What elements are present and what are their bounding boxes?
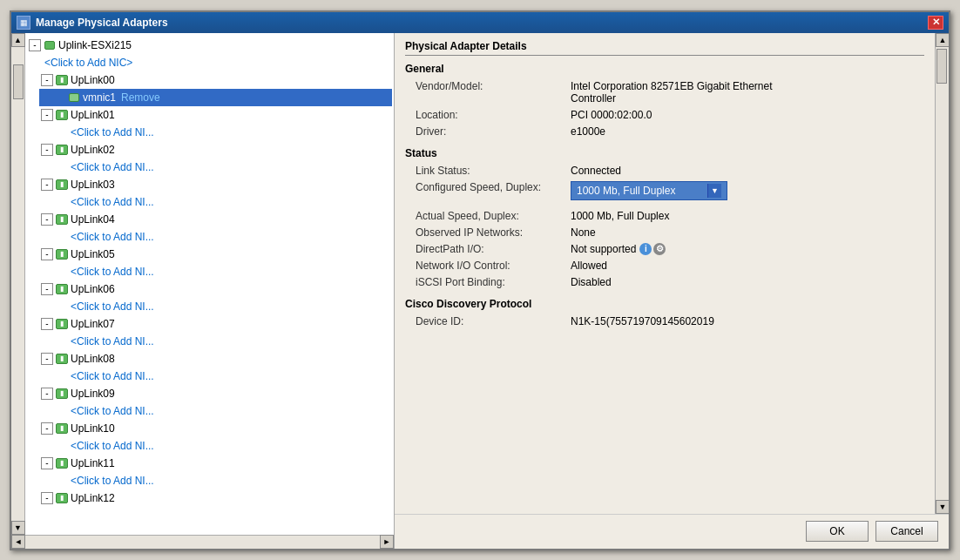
uplink07-add-label[interactable]: <Click to Add NI... xyxy=(71,335,154,347)
vmnic1-item[interactable]: vmnic1 Remove xyxy=(39,89,392,106)
uplink08-icon: ▮ xyxy=(55,353,69,365)
uplink07-expand[interactable]: - xyxy=(41,318,53,330)
cisco-group: Cisco Discovery Protocol Device ID: N1K-… xyxy=(405,298,924,327)
uplink11-add-label[interactable]: <Click to Add NI... xyxy=(71,475,154,487)
uplink01-add[interactable]: <Click to Add NI... xyxy=(39,124,392,141)
uplink03-icon: ▮ xyxy=(55,179,69,191)
uplink08-add[interactable]: <Click to Add NI... xyxy=(39,368,392,385)
left-panel: ▲ ▼ - Uplink-ESXi xyxy=(11,33,395,549)
scroll-thumb[interactable] xyxy=(13,64,24,99)
uplink03-item[interactable]: - ▮ UpLink03 xyxy=(39,176,392,193)
uplink09-item[interactable]: - ▮ UpLink09 xyxy=(39,385,392,402)
uplink05-add[interactable]: <Click to Add NI... xyxy=(39,263,392,280)
uplink04-item[interactable]: - ▮ UpLink04 xyxy=(39,211,392,228)
uplink06-add-label[interactable]: <Click to Add NI... xyxy=(71,300,154,313)
uplink05-item[interactable]: - ▮ UpLink05 xyxy=(39,246,392,263)
speed-dropdown[interactable]: 1000 Mb, Full Duplex ▼ xyxy=(571,181,727,200)
scroll-track xyxy=(12,47,24,521)
titlebar-left: ▦ Manage Physical Adapters xyxy=(17,16,168,30)
right-scroll-down[interactable]: ▼ xyxy=(936,500,949,514)
uplink02-item[interactable]: - ▮ UpLink02 xyxy=(39,141,392,159)
uplink09-add-label[interactable]: <Click to Add NI... xyxy=(71,405,154,417)
vendor-row: Vendor/Model: Intel Corporation 82571EB … xyxy=(405,80,924,105)
uplink10-add-label[interactable]: <Click to Add NI... xyxy=(71,440,154,452)
uplink08-label: UpLink08 xyxy=(71,351,115,367)
uplink11-group: - ▮ UpLink11 <Click to Add NI... xyxy=(27,455,392,489)
uplink12-group: - ▮ UpLink12 xyxy=(27,489,392,507)
uplink09-add[interactable]: <Click to Add NI... xyxy=(39,402,392,420)
right-scroll-thumb[interactable] xyxy=(936,49,947,84)
uplink05-expand[interactable]: - xyxy=(41,248,53,260)
main-window: ▦ Manage Physical Adapters ✕ ▲ ▼ xyxy=(10,10,950,550)
uplink12-item[interactable]: - ▮ UpLink12 xyxy=(39,489,392,507)
scroll-up-arrow[interactable]: ▲ xyxy=(11,33,25,47)
uplink03-add-label[interactable]: <Click to Add NI... xyxy=(71,196,154,208)
uplink02-add[interactable]: <Click to Add NI... xyxy=(39,159,392,176)
cisco-title: Cisco Discovery Protocol xyxy=(405,298,924,310)
uplink04-expand[interactable]: - xyxy=(41,213,53,226)
uplink04-add-label[interactable]: <Click to Add NI... xyxy=(71,231,154,243)
root-expand-btn[interactable]: - xyxy=(29,39,41,51)
uplink03-add[interactable]: <Click to Add NI... xyxy=(39,193,392,211)
actual-speed-row: Actual Speed, Duplex: 1000 Mb, Full Dupl… xyxy=(405,210,924,222)
uplink02-expand[interactable]: - xyxy=(41,144,53,156)
uplink11-add[interactable]: <Click to Add NI... xyxy=(39,472,392,489)
uplink09-group: - ▮ UpLink09 <Click to Add NI... xyxy=(27,385,392,420)
iscsi-label: iSCSI Port Binding: xyxy=(405,276,571,288)
link-status-value: Connected xyxy=(571,165,621,177)
uplink03-label: UpLink03 xyxy=(71,177,115,192)
cancel-button[interactable]: Cancel xyxy=(875,521,938,542)
uplink06-add[interactable]: <Click to Add NI... xyxy=(39,298,392,315)
remove-button[interactable]: Remove xyxy=(121,90,160,105)
right-scroll-up[interactable]: ▲ xyxy=(936,33,949,47)
scroll-down-arrow[interactable]: ▼ xyxy=(11,521,25,535)
uplink00-item[interactable]: - ▮ UpLink00 xyxy=(39,71,392,89)
uplink06-expand[interactable]: - xyxy=(41,283,53,295)
uplink02-add-label[interactable]: <Click to Add NI... xyxy=(71,161,154,173)
uplink10-add[interactable]: <Click to Add NI... xyxy=(39,437,392,455)
uplink01-node: - ▮ UpLink01 xyxy=(41,107,390,123)
tree-root-item[interactable]: - Uplink-ESXi215 xyxy=(27,37,392,54)
uplink10-item[interactable]: - ▮ UpLink10 xyxy=(39,420,392,437)
uplink06-group: - ▮ UpLink06 <Click to Add NI... xyxy=(27,280,392,315)
h-scroll-left[interactable]: ◄ xyxy=(11,535,25,549)
uplink08-item[interactable]: - ▮ UpLink08 xyxy=(39,350,392,368)
uplink03-expand[interactable]: - xyxy=(41,179,53,191)
uplink06-item[interactable]: - ▮ UpLink06 xyxy=(39,280,392,298)
tree-root-node: - Uplink-ESXi215 xyxy=(29,37,390,53)
uplink03-icon-shape: ▮ xyxy=(56,179,68,190)
uplink11-item[interactable]: - ▮ UpLink11 xyxy=(39,455,392,472)
uplink01-add-label[interactable]: <Click to Add NI... xyxy=(71,126,154,138)
uplink03-node: - ▮ UpLink03 xyxy=(41,177,390,192)
uplink09-expand[interactable]: - xyxy=(41,388,53,400)
uplink01-item[interactable]: - ▮ UpLink01 xyxy=(39,106,392,124)
uplink08-expand[interactable]: - xyxy=(41,353,53,365)
uplink07-add[interactable]: <Click to Add NI... xyxy=(39,333,392,350)
observed-ip-row: Observed IP Networks: None xyxy=(405,226,924,239)
click-add-nic-item[interactable]: <Click to Add NIC> xyxy=(27,54,392,71)
uplink00-expand[interactable]: - xyxy=(41,74,53,86)
uplink04-label: UpLink04 xyxy=(71,212,115,227)
uplink06-label: UpLink06 xyxy=(71,281,115,297)
close-button[interactable]: ✕ xyxy=(928,16,943,30)
uplink10-expand[interactable]: - xyxy=(41,422,53,435)
ok-button[interactable]: OK xyxy=(806,521,869,542)
uplink07-item[interactable]: - ▮ UpLink07 xyxy=(39,315,392,333)
uplink01-expand[interactable]: - xyxy=(41,109,53,121)
directpath-config-icon[interactable]: ⚙ xyxy=(653,243,666,255)
uplink11-node: - ▮ UpLink11 xyxy=(41,455,390,471)
uplink04-add[interactable]: <Click to Add NI... xyxy=(39,228,392,246)
directpath-info-icon[interactable]: i xyxy=(639,243,652,255)
location-value: PCI 0000:02:00.0 xyxy=(571,109,652,121)
uplink08-add-label[interactable]: <Click to Add NI... xyxy=(71,370,154,382)
uplink12-expand[interactable]: - xyxy=(41,492,53,504)
uplink10-icon-shape: ▮ xyxy=(56,423,68,434)
uplink05-add-label[interactable]: <Click to Add NI... xyxy=(71,266,154,278)
observed-ip-value: None xyxy=(571,226,596,239)
uplink11-expand[interactable]: - xyxy=(41,457,53,469)
right-scroll-track xyxy=(936,47,949,500)
h-scroll-right[interactable]: ► xyxy=(380,535,394,549)
click-add-nic-label[interactable]: <Click to Add NIC> xyxy=(44,57,132,69)
uplink04-icon-shape: ▮ xyxy=(56,214,68,225)
uplink05-node: - ▮ UpLink05 xyxy=(41,246,390,262)
